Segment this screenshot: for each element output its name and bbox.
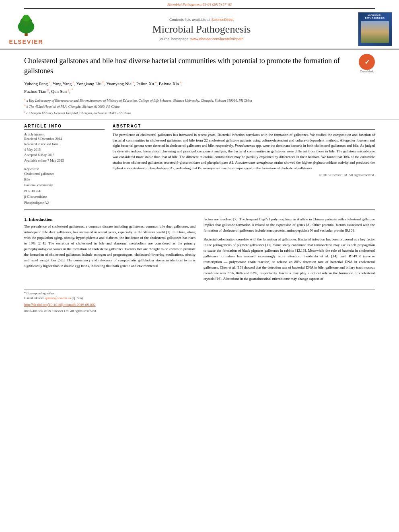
elsevier-wordmark: ELSEVIER [9, 39, 43, 45]
available-date: Available online 7 May 2015 [24, 158, 105, 164]
email-link[interactable]: qunsun@scu.edu.cn [45, 296, 71, 300]
introduction-title: 1. Introduction [24, 217, 195, 222]
keywords-list: Cholesterol gallstones Bile Bacterial co… [24, 171, 105, 206]
crossmark-label: CrossMark [360, 70, 374, 73]
article-history: Article history: Received 8 December 201… [24, 132, 105, 164]
body-content: 1. Introduction The prevalence of choles… [0, 210, 399, 285]
doi-section: http://dx.doi.org/10.1016/j.micpath.2015… [0, 301, 399, 308]
intro-paragraph-3: Bacterial colonization correlate with th… [204, 237, 375, 282]
footnotes-section: * Corresponding author. E-mail address: … [24, 289, 375, 301]
journal-ref-text: Microbial Pathogenesis 83-84 (2015) 57–6… [167, 2, 232, 6]
intro-paragraph-1: The prevalence of cholesterol gallstones… [24, 224, 195, 269]
received-date: Received 8 December 2014 [24, 136, 105, 142]
abstract-header: ABSTRACT [113, 124, 375, 130]
info-abstract-section: ARTICLE INFO Article history: Received 8… [0, 124, 399, 206]
keyword-item: Bacterial community [24, 182, 105, 188]
crossmark-icon: ✓ [359, 54, 375, 70]
body-left-column: 1. Introduction The prevalence of choles… [24, 217, 195, 285]
email-note: E-mail address: qunsun@scu.edu.cn (Q. Su… [24, 296, 375, 301]
article-info-header: ARTICLE INFO [24, 124, 105, 130]
keyword-item: PCR-DGGE [24, 188, 105, 194]
journal-homepage-link[interactable]: www.elsevier.com/locate/micpath [191, 37, 244, 41]
sciencedirect-link[interactable]: ScienceDirect [212, 18, 234, 22]
intro-paragraph-2: factors are involved [7]. The frequent C… [204, 217, 375, 234]
keyword-item: Bile [24, 177, 105, 182]
keyword-item: Phospholipase A2 [24, 200, 105, 205]
svg-point-4 [19, 23, 25, 28]
history-label: Article history: [24, 132, 105, 136]
accepted-date: Accepted 6 May 2015 [24, 152, 105, 158]
abstract-copyright: © 2015 Elsevier Ltd. All rights reserved… [113, 173, 375, 177]
revised-date: Received in revised formReceived in revi… [24, 142, 105, 152]
article-info-panel: ARTICLE INFO Article history: Received 8… [24, 124, 105, 206]
keyword-item: β-Glucuronidase [24, 194, 105, 199]
body-right-column: factors are involved [7]. The frequent C… [204, 217, 375, 285]
sciencedirect-text: Contents lists available at ScienceDirec… [169, 18, 234, 22]
abstract-text: The prevalence of cholesterol gallstones… [113, 132, 375, 172]
svg-point-5 [28, 23, 34, 27]
abstract-panel: ABSTRACT The prevalence of cholesterol g… [113, 124, 375, 206]
corresponding-author-note: * Corresponding author. [24, 291, 375, 296]
journal-title-area: Contents lists available at ScienceDirec… [48, 12, 355, 46]
article-header: Cholesterol gallstones and bile host div… [0, 49, 399, 120]
keywords-label: Keywords: [24, 167, 105, 171]
journal-cover-image: MICROBIAL PATHOGENESIS [358, 12, 392, 46]
svg-point-3 [23, 14, 30, 21]
journal-header: ELSEVIER Contents lists available at Sci… [0, 10, 399, 49]
affiliations: a a Key Laboratory of Bio-resource and B… [24, 97, 355, 116]
elsevier-tree-icon [10, 14, 42, 38]
cover-photo [361, 21, 389, 43]
journal-reference-bar: Microbial Pathogenesis 83-84 (2015) 57–6… [0, 0, 399, 9]
journal-name: Microbial Pathogenesis [152, 23, 251, 35]
cover-title-text: MICROBIAL PATHOGENESIS [360, 14, 390, 20]
keyword-item: Cholesterol gallstones [24, 171, 105, 177]
bottom-copyright: 0882-4010/© 2015 Elsevier Ltd. All right… [0, 308, 399, 314]
journal-cover-area: MICROBIAL PATHOGENESIS [355, 12, 395, 46]
crossmark-badge-area: ✓ CrossMark [359, 54, 375, 73]
authors-line: Yuhong Peng a, Yang Yang a, Yongkang Liu… [24, 80, 355, 95]
keywords-section: Keywords: Cholesterol gallstones Bile Ba… [24, 167, 105, 206]
elsevier-logo-area: ELSEVIER [4, 12, 48, 46]
journal-homepage-line: journal homepage: www.elsevier.com/locat… [159, 37, 243, 41]
doi-link[interactable]: http://dx.doi.org/10.1016/j.micpath.2015… [24, 303, 96, 307]
article-title: Cholesterol gallstones and bile host div… [24, 56, 355, 76]
